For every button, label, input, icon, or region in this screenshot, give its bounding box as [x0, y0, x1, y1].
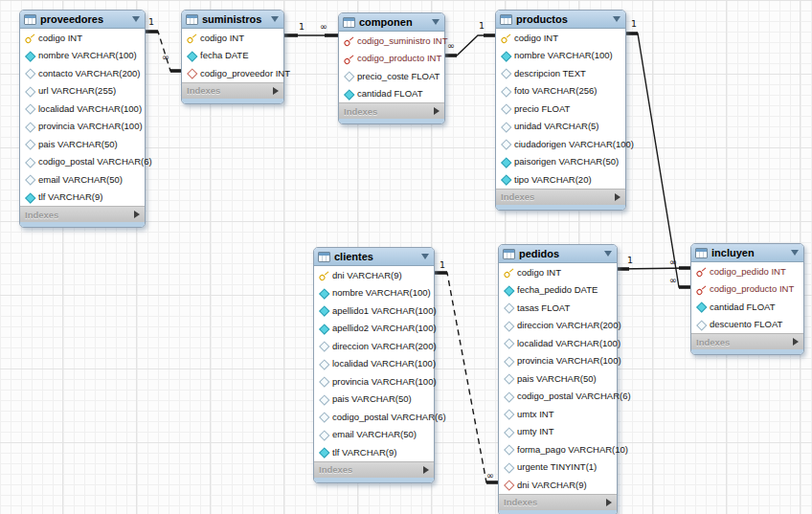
column-row[interactable]: urgente TINYINT(1) — [499, 458, 617, 477]
table-header[interactable]: pedidos — [499, 245, 617, 263]
expand-arrow-icon[interactable] — [273, 87, 279, 95]
column-row[interactable]: codigo_postal VARCHAR(6) — [499, 388, 617, 406]
column-row[interactable]: localidad VARCHAR(100) — [499, 334, 617, 352]
indexes-footer[interactable]: Indexes — [691, 333, 803, 349]
column-row[interactable]: pais VARCHAR(50) — [20, 135, 145, 153]
table-header[interactable]: proveedores — [20, 11, 145, 29]
column-row[interactable]: fecha DATE — [182, 47, 283, 65]
diamond-filled-icon — [500, 173, 512, 185]
column-row[interactable]: codigo_postal VARCHAR(6) — [20, 153, 145, 171]
table-header[interactable]: productos — [496, 11, 625, 29]
expand-arrow-icon[interactable] — [134, 211, 140, 218]
table-header[interactable]: suministros — [182, 11, 283, 29]
column-text: tasas FLOAT — [517, 302, 570, 313]
table-productos[interactable]: productoscodigo INTnombre VARCHAR(100)de… — [495, 10, 626, 211]
column-text: urgente TINYINT(1) — [517, 461, 597, 472]
column-row[interactable]: tipo VARCHAR(20) — [496, 170, 625, 189]
table-pedidos[interactable]: pedidoscodigo INTfecha_pedido DATEtasas … — [498, 244, 618, 514]
column-row[interactable]: localidad VARCHAR(100) — [20, 100, 145, 118]
column-row[interactable]: codigo INT — [182, 29, 283, 47]
indexes-footer[interactable]: Indexes — [314, 461, 434, 478]
column-row[interactable]: umtx INT — [499, 405, 617, 423]
column-row[interactable]: forma_pago VARCHAR(10) — [499, 440, 617, 458]
expand-arrow-icon[interactable] — [423, 466, 429, 474]
column-row[interactable]: provincia VARCHAR(100) — [314, 372, 434, 391]
column-row[interactable]: codigo INT — [20, 29, 145, 47]
column-row[interactable]: codigo_suministro INT — [339, 32, 444, 50]
column-row[interactable]: nombre VARCHAR(100) — [314, 284, 434, 302]
column-row[interactable]: apellido1 VARCHAR(100) — [314, 302, 434, 320]
column-row[interactable]: apellido2 VARCHAR(100) — [314, 320, 434, 338]
column-row[interactable]: codigo INT — [496, 29, 625, 47]
column-row[interactable]: cantidad FLOAT — [339, 85, 444, 103]
table-header[interactable]: componen — [339, 13, 444, 32]
column-row[interactable]: codigo_producto INT — [339, 50, 444, 68]
indexes-footer[interactable]: Indexes — [339, 102, 444, 119]
column-row[interactable]: tlf VARCHAR(9) — [20, 189, 145, 207]
column-row[interactable]: umty INT — [499, 423, 617, 441]
table-componen[interactable]: componencodigo_suministro INTcodigo_prod… — [338, 12, 445, 124]
table-header[interactable]: incluyen — [691, 244, 803, 262]
column-row[interactable]: direccion VARCHAR(200) — [314, 337, 434, 355]
table-incluyen[interactable]: incluyencodigo_pedido INTcodigo_producto… — [690, 243, 804, 355]
column-row[interactable]: ciudadorigen VARCHAR(100) — [496, 135, 625, 153]
expand-arrow-icon[interactable] — [615, 193, 620, 201]
column-row[interactable]: pais VARCHAR(50) — [499, 369, 617, 388]
column-row[interactable]: codigo_pedido INT — [691, 262, 803, 280]
column-row[interactable]: unidad VARCHAR(5) — [496, 118, 625, 136]
column-row[interactable]: precio_coste FLOAT — [339, 67, 444, 85]
column-row[interactable]: email VARCHAR(50) — [314, 426, 434, 444]
column-row[interactable]: paisorigen VARCHAR(50) — [496, 153, 625, 171]
column-row[interactable]: codigo INT — [499, 263, 617, 281]
column-row[interactable]: nombre VARCHAR(100) — [20, 47, 145, 65]
table-proveedores[interactable]: proveedorescodigo INTnombre VARCHAR(100)… — [19, 10, 146, 228]
column-row[interactable]: nombre VARCHAR(100) — [496, 47, 625, 65]
collapse-arrow-icon[interactable] — [604, 251, 612, 257]
indexes-footer[interactable]: Indexes — [499, 494, 617, 510]
column-row[interactable]: codigo_proveedor INT — [182, 64, 283, 82]
column-row[interactable]: provincia VARCHAR(100) — [20, 118, 145, 136]
column-text: nombre VARCHAR(100) — [514, 50, 613, 60]
table-suministros[interactable]: suministroscodigo INTfecha DATEcodigo_pr… — [181, 10, 284, 104]
expand-arrow-icon[interactable] — [793, 338, 799, 346]
column-row[interactable]: foto VARCHAR(256) — [496, 82, 625, 101]
indexes-footer[interactable]: Indexes — [496, 189, 625, 205]
column-row[interactable]: cantidad FLOAT — [691, 298, 803, 316]
column-row[interactable]: descuento FLOAT — [691, 316, 803, 334]
table-header[interactable]: clientes — [314, 248, 434, 266]
column-row[interactable]: dni VARCHAR(9) — [314, 266, 434, 284]
key-yellow-icon — [316, 266, 333, 283]
column-row[interactable]: localidad VARCHAR(100) — [314, 355, 434, 373]
column-text: email VARCHAR(50) — [332, 429, 417, 439]
collapse-arrow-icon[interactable] — [271, 16, 279, 22]
collapse-arrow-icon[interactable] — [613, 16, 620, 22]
column-row[interactable]: provincia VARCHAR(100) — [499, 352, 617, 370]
diamond-filled-icon — [343, 88, 355, 100]
collapse-arrow-icon[interactable] — [432, 19, 440, 25]
column-row[interactable]: codigo_producto INT — [691, 280, 803, 299]
column-row[interactable]: dni VARCHAR(9) — [499, 476, 617, 494]
column-row[interactable]: direccion VARCHAR(200) — [499, 317, 617, 335]
column-row[interactable]: tasas FLOAT — [499, 299, 617, 317]
column-row[interactable]: codigo_postal VARCHAR(6) — [314, 408, 434, 426]
column-row[interactable]: fecha_pedido DATE — [499, 281, 617, 300]
diamond-open-icon — [500, 67, 512, 78]
column-row[interactable]: pais VARCHAR(50) — [314, 391, 434, 409]
collapse-arrow-icon[interactable] — [421, 254, 429, 259]
column-text: dni VARCHAR(9) — [332, 270, 402, 280]
table-title: incluyen — [711, 244, 787, 261]
column-row[interactable]: email VARCHAR(50) — [20, 170, 145, 189]
column-row[interactable]: url VARCHAR(255) — [20, 82, 145, 101]
indexes-footer[interactable]: Indexes — [20, 206, 145, 222]
table-clientes[interactable]: clientesdni VARCHAR(9)nombre VARCHAR(100… — [313, 247, 435, 483]
column-row[interactable]: descripcion TEXT — [496, 64, 625, 82]
collapse-arrow-icon[interactable] — [132, 16, 140, 22]
column-row[interactable]: contacto VARCHAR(200) — [20, 64, 145, 82]
collapse-arrow-icon[interactable] — [791, 250, 799, 256]
diamond-open-icon — [500, 85, 512, 97]
expand-arrow-icon[interactable] — [606, 499, 612, 506]
column-row[interactable]: precio FLOAT — [496, 100, 625, 118]
expand-arrow-icon[interactable] — [434, 107, 440, 115]
indexes-footer[interactable]: Indexes — [182, 82, 283, 99]
column-row[interactable]: tlf VARCHAR(9) — [314, 443, 434, 461]
